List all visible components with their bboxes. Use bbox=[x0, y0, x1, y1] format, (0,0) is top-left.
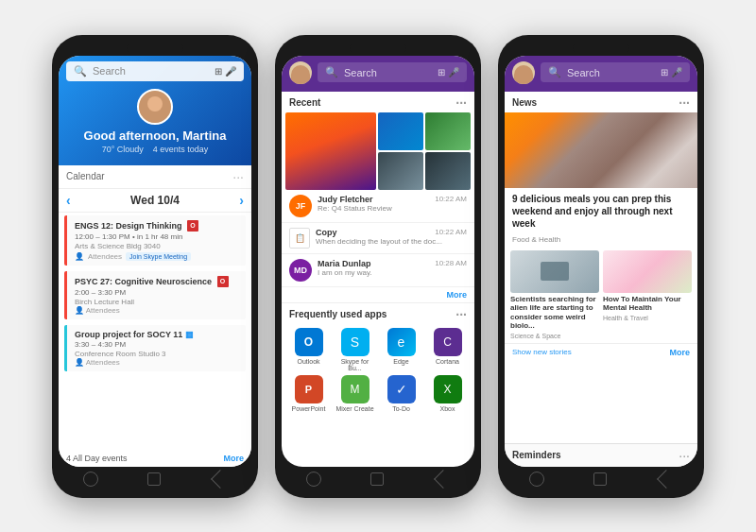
phone3-search-right: ⊞ 🎤 bbox=[661, 67, 682, 77]
app-todo[interactable]: ✓ To-Do bbox=[380, 375, 422, 412]
nav-square-3[interactable] bbox=[593, 472, 607, 486]
phone1-header: 🔍 Search ⊞ 🎤 Good afternoon, Martina 70°… bbox=[59, 56, 251, 165]
event-item-1[interactable]: ENGS 12: Design Thinking O 12:00 – 1:30 … bbox=[64, 215, 246, 266]
phone-screen-3: 🔍 Search ⊞ 🎤 News ··· 9 delicious meals … bbox=[505, 56, 697, 467]
photo-ocean[interactable] bbox=[378, 112, 423, 150]
reminders-dots[interactable]: ··· bbox=[679, 449, 690, 462]
calendar-section: Calendar ··· ‹ Wed 10/4 › ENGS 12: Desig… bbox=[59, 165, 251, 467]
message-item-3[interactable]: MD Maria Dunlap 10:28 AM I am on my way. bbox=[282, 254, 474, 287]
nav-square-1[interactable] bbox=[147, 472, 161, 486]
attendees-icon-1: 👤 bbox=[75, 252, 84, 261]
event-time-1: 12:00 – 1:30 PM • in 1 hr 48 min bbox=[75, 232, 238, 241]
app-todo-label: To-Do bbox=[392, 405, 410, 412]
nav-dot-3[interactable] bbox=[529, 472, 544, 487]
join-skype-btn[interactable]: Join Skype Meeting bbox=[126, 252, 191, 261]
app-cortana[interactable]: C Cortana bbox=[426, 328, 469, 371]
phone-screen-2: 🔍 Search ⊞ 🎤 Recent ··· JF bbox=[282, 56, 474, 467]
copy-icon-container: 📋 bbox=[289, 228, 310, 249]
app-cortana-label: Cortana bbox=[436, 358, 459, 365]
phone2-search-right: ⊞ 🎤 bbox=[438, 67, 459, 77]
app-xbox[interactable]: X Xbox bbox=[426, 375, 469, 412]
app-mixer[interactable]: M Mixer Create bbox=[334, 375, 376, 412]
phone2-avatar bbox=[289, 61, 312, 84]
news-hero[interactable] bbox=[505, 112, 697, 188]
messages-more-link[interactable]: More bbox=[446, 290, 467, 300]
recent-dots[interactable]: ··· bbox=[455, 96, 467, 110]
phone3-search-bar[interactable]: 🔍 Search ⊞ 🎤 bbox=[541, 62, 690, 82]
apps-dots[interactable]: ··· bbox=[455, 308, 467, 321]
calendar-dots: ··· bbox=[232, 169, 244, 184]
phone3-nav-bar bbox=[505, 467, 697, 489]
msg-preview-3: I am on my way. bbox=[318, 268, 467, 277]
message-item-2[interactable]: 📋 Copy 10:22 AM When deciding the layout… bbox=[282, 223, 474, 254]
app-outlook[interactable]: O Outlook bbox=[287, 328, 330, 371]
weather-text: 70° Cloudy bbox=[102, 145, 144, 154]
event-item-2[interactable]: PSYC 27: Cognitive Neuroscience O 2:00 –… bbox=[64, 271, 246, 319]
msg-name-3: Maria Dunlap bbox=[318, 259, 371, 268]
nav-back-3[interactable] bbox=[657, 470, 676, 489]
phone-notch-1 bbox=[127, 44, 183, 52]
attendees-label-1: Attendees bbox=[88, 252, 122, 261]
office-icon-1: O bbox=[187, 220, 198, 232]
photo-dark[interactable] bbox=[425, 152, 471, 190]
news-hero-category: Food & Health bbox=[505, 234, 697, 247]
msg-name-2: Copy bbox=[316, 228, 337, 237]
nav-dot-2[interactable] bbox=[306, 472, 321, 487]
news-card-1[interactable]: Scientists searching for alien life are … bbox=[510, 250, 599, 339]
cal-next[interactable]: › bbox=[239, 193, 244, 208]
avatar bbox=[137, 89, 173, 125]
office-icon-2: O bbox=[217, 276, 229, 287]
event-item-3[interactable]: Group project for SOCY 11 ▦ 3:30 – 4:30 … bbox=[64, 325, 246, 371]
app-edge-label: Edge bbox=[393, 358, 408, 365]
news-more-link[interactable]: More bbox=[669, 348, 690, 357]
todo-icon: ✓ bbox=[387, 375, 416, 403]
phone1-nav-bar bbox=[59, 467, 251, 489]
events-today-text: 4 events today bbox=[153, 145, 209, 154]
cal-prev[interactable]: ‹ bbox=[66, 193, 71, 208]
msg-time-2: 10:22 AM bbox=[435, 228, 467, 237]
message-item-1[interactable]: JF Judy Fletcher 10:22 AM Re: Q4 Status … bbox=[282, 190, 474, 223]
event-location-3: Conference Room Studio 3 bbox=[75, 350, 238, 358]
search-icon-3: 🔍 bbox=[548, 66, 561, 78]
photo-grid bbox=[285, 112, 471, 190]
event-location-1: Arts & Science Bldg 3040 bbox=[75, 242, 238, 250]
news-card-2[interactable]: How To Maintain Your Mental Health Healt… bbox=[603, 250, 692, 339]
search-icon: 🔍 bbox=[74, 65, 87, 77]
show-stories-btn[interactable]: Show new stories bbox=[512, 348, 572, 356]
messages-more-row: More bbox=[282, 287, 474, 303]
nav-back-2[interactable] bbox=[434, 470, 453, 489]
event-actions-1: 👤 Attendees Join Skype Meeting bbox=[75, 252, 238, 261]
msg-preview-1: Re: Q4 Status Review bbox=[318, 204, 467, 213]
app-edge[interactable]: e Edge bbox=[380, 328, 422, 371]
nav-dot-1[interactable] bbox=[83, 472, 98, 487]
app-skype-label: Skype for Bu... bbox=[334, 358, 376, 371]
calendar-header: Calendar ··· bbox=[59, 165, 251, 189]
news-dots[interactable]: ··· bbox=[679, 96, 690, 110]
nav-square-2[interactable] bbox=[370, 472, 384, 486]
photo-road[interactable] bbox=[378, 152, 423, 190]
app-skype[interactable]: S Skype for Bu... bbox=[334, 328, 376, 371]
weather-info: 70° Cloudy 4 events today bbox=[66, 145, 244, 154]
news-hero-title[interactable]: 9 delicious meals you can prep this week… bbox=[505, 188, 697, 234]
app-outlook-label: Outlook bbox=[297, 358, 319, 365]
msg-content-2: Copy 10:22 AM When deciding the layout o… bbox=[316, 228, 467, 246]
calendar-more-link[interactable]: More bbox=[223, 454, 244, 463]
phone1-search-bar[interactable]: 🔍 Search ⊞ 🎤 bbox=[66, 61, 244, 81]
news-section: News ··· 9 delicious meals you can prep … bbox=[505, 92, 697, 467]
app-powerpoint-label: PowerPoint bbox=[292, 405, 326, 412]
app-powerpoint[interactable]: P PowerPoint bbox=[287, 375, 330, 412]
nav-back-1[interactable] bbox=[211, 470, 230, 489]
phone2-search-bar[interactable]: 🔍 Search ⊞ 🎤 bbox=[318, 62, 467, 82]
app-mixer-label: Mixer Create bbox=[335, 405, 373, 412]
news-footer: Show new stories More bbox=[505, 343, 697, 361]
phone2-header: 🔍 Search ⊞ 🎤 bbox=[282, 56, 474, 92]
messages-section: JF Judy Fletcher 10:22 AM Re: Q4 Status … bbox=[282, 190, 474, 303]
cal-date: Wed 10/4 bbox=[130, 194, 180, 207]
photo-green[interactable] bbox=[425, 112, 471, 150]
all-day-events-text: 4 All Day events bbox=[66, 454, 128, 463]
attendees-row-2: 👤 Attendees bbox=[75, 306, 238, 315]
news-card-img-2 bbox=[603, 250, 692, 293]
news-card-cat-2: Health & Travel bbox=[603, 315, 692, 321]
photo-sunset[interactable] bbox=[285, 112, 376, 190]
news-title-row: News ··· bbox=[505, 92, 697, 112]
